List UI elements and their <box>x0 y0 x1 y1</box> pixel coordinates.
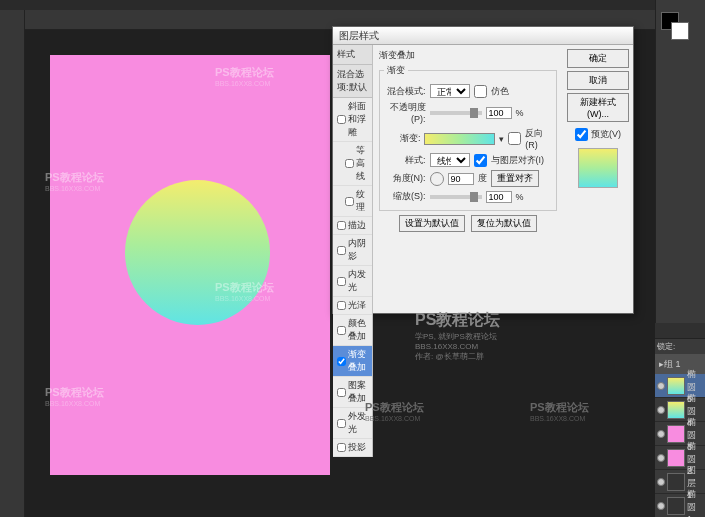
gradient-fieldset: 渐变 混合模式: 正常 仿色 不透明度(P): % 渐变: ▾ 反向(R) <box>379 64 558 211</box>
angle-unit: 度 <box>478 172 487 185</box>
panel-title: 渐变叠加 <box>379 49 558 62</box>
layer-name: 椭圆 1 <box>687 488 703 518</box>
reset-align-button[interactable]: 重置对齐 <box>491 170 539 187</box>
layer-thumb[interactable] <box>667 401 685 419</box>
preview-checkbox[interactable] <box>575 128 588 141</box>
ok-button[interactable]: 确定 <box>567 49 629 68</box>
lock-row: 锁定: <box>655 339 705 354</box>
style-gradient-overlay[interactable]: 渐变叠加 <box>333 346 372 377</box>
watermark: PS教程论坛BBS.16XX8.COM <box>215 65 274 87</box>
style-label: 样式: <box>384 154 426 167</box>
layers-panel: 锁定: ▸ 组 1 椭圆 5 椭圆 4 椭圆 3 椭圆 2 图层 1 椭圆 1 … <box>655 323 705 517</box>
style-settings-panel: 渐变叠加 渐变 混合模式: 正常 仿色 不透明度(P): % 渐变: ▾ <box>373 45 564 457</box>
scale-label: 缩放(S): <box>384 190 426 203</box>
checkbox[interactable] <box>337 246 346 255</box>
make-default-button[interactable]: 设置为默认值 <box>399 215 465 232</box>
gradient-label: 渐变: <box>384 132 421 145</box>
watermark: PS教程论坛BBS.16XX8.COM <box>215 280 274 302</box>
dropdown-icon[interactable]: ▾ <box>499 134 504 144</box>
style-satin[interactable]: 光泽 <box>333 297 372 315</box>
scale-input[interactable] <box>486 191 512 203</box>
scale-slider[interactable] <box>430 195 482 199</box>
color-panel <box>657 10 703 50</box>
blend-mode-select[interactable]: 正常 <box>430 84 470 98</box>
style-color-overlay[interactable]: 颜色叠加 <box>333 315 372 346</box>
watermark: PS教程论坛BBS.16XX8.COM <box>45 170 104 192</box>
checkbox[interactable] <box>337 443 346 452</box>
ruler-vertical[interactable] <box>0 10 25 517</box>
watermark: PS教程论坛BBS.16XX8.COM <box>530 400 589 422</box>
reverse-checkbox[interactable] <box>508 132 521 145</box>
reset-default-button[interactable]: 复位为默认值 <box>471 215 537 232</box>
align-label: 与图层对齐(I) <box>491 154 545 167</box>
dialog-title: 图层样式 <box>333 27 633 45</box>
document-canvas[interactable]: PS教程论坛BBS.16XX8.COM PS教程论坛BBS.16XX8.COM … <box>50 55 330 475</box>
blending-options-header[interactable]: 混合选项:默认 <box>333 65 372 98</box>
checkbox[interactable] <box>345 159 354 168</box>
dialog-buttons: 确定 取消 新建样式(W)... 预览(V) <box>563 45 633 457</box>
blend-mode-label: 混合模式: <box>384 85 426 98</box>
layer-thumb[interactable] <box>667 497 685 515</box>
watermark-main: PS教程论坛 学PS, 就到PS教程论坛 BBS.16XX8.COM 作者: @… <box>415 310 500 362</box>
dither-label: 仿色 <box>491 85 509 98</box>
background-color[interactable] <box>671 22 689 40</box>
checkbox[interactable] <box>337 326 346 335</box>
watermark: PS教程论坛BBS.16XX8.COM <box>45 385 104 407</box>
layer-thumb[interactable] <box>667 425 685 443</box>
style-list: 样式 混合选项:默认 斜面和浮雕 等高线 纹理 描边 内阴影 内发光 光泽 颜色… <box>333 45 373 457</box>
style-texture[interactable]: 纹理 <box>333 186 372 217</box>
visibility-icon[interactable] <box>657 478 665 486</box>
style-select[interactable]: 线性 <box>430 153 470 167</box>
cancel-button[interactable]: 取消 <box>567 71 629 90</box>
visibility-icon[interactable] <box>657 382 665 390</box>
checkbox[interactable] <box>337 115 346 124</box>
style-inner-shadow[interactable]: 内阴影 <box>333 235 372 266</box>
watermark: PS教程论坛BBS.16XX8.COM <box>365 400 424 422</box>
style-inner-glow[interactable]: 内发光 <box>333 266 372 297</box>
angle-dial[interactable] <box>430 172 444 186</box>
style-drop-shadow[interactable]: 投影 <box>333 439 372 457</box>
new-style-button[interactable]: 新建样式(W)... <box>567 93 629 122</box>
visibility-icon[interactable] <box>657 430 665 438</box>
visibility-icon[interactable] <box>657 454 665 462</box>
styles-header[interactable]: 样式 <box>333 45 372 65</box>
dither-checkbox[interactable] <box>474 85 487 98</box>
gradient-picker[interactable] <box>424 133 495 145</box>
layer-thumb[interactable] <box>667 377 685 395</box>
opacity-input[interactable] <box>486 107 512 119</box>
layer-row[interactable]: 椭圆 1 <box>655 494 705 517</box>
opacity-slider[interactable] <box>430 111 482 115</box>
reverse-label: 反向(R) <box>525 127 552 150</box>
panel-tabs[interactable] <box>655 323 705 339</box>
gradient-circle-shape <box>125 180 270 325</box>
checkbox[interactable] <box>337 221 346 230</box>
style-stroke[interactable]: 描边 <box>333 217 372 235</box>
preview-swatch <box>578 148 618 188</box>
align-checkbox[interactable] <box>474 154 487 167</box>
visibility-icon[interactable] <box>657 406 665 414</box>
checkbox[interactable] <box>337 277 346 286</box>
layer-thumb[interactable] <box>667 449 685 467</box>
angle-input[interactable] <box>448 173 474 185</box>
style-bevel[interactable]: 斜面和浮雕 <box>333 98 372 142</box>
checkbox[interactable] <box>345 197 354 206</box>
checkbox[interactable] <box>337 419 346 428</box>
percent-unit: % <box>516 192 524 202</box>
layer-style-dialog: 图层样式 样式 混合选项:默认 斜面和浮雕 等高线 纹理 描边 内阴影 内发光 … <box>332 26 634 314</box>
checkbox[interactable] <box>337 388 346 397</box>
checkbox[interactable] <box>337 301 346 310</box>
layer-thumb[interactable] <box>667 473 685 491</box>
angle-label: 角度(N): <box>384 172 426 185</box>
percent-unit: % <box>516 108 524 118</box>
checkbox[interactable] <box>337 357 346 366</box>
preview-toggle[interactable]: 预览(V) <box>575 128 621 141</box>
style-contour[interactable]: 等高线 <box>333 142 372 186</box>
fieldset-legend: 渐变 <box>384 64 408 77</box>
visibility-icon[interactable] <box>657 502 665 510</box>
opacity-label: 不透明度(P): <box>384 101 426 124</box>
